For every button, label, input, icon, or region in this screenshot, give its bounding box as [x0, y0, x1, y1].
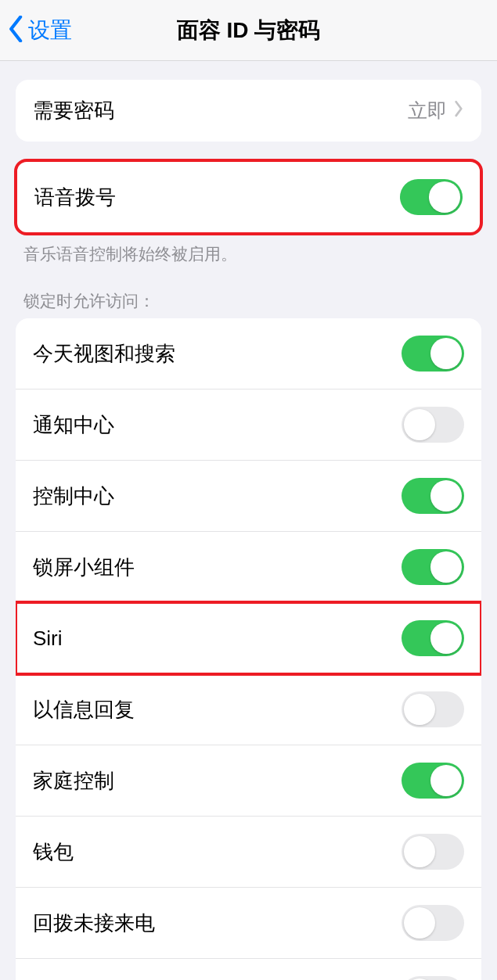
require-passcode-label: 需要密码 — [33, 97, 408, 124]
wallet-label: 钱包 — [33, 838, 402, 866]
back-label: 设置 — [28, 16, 72, 45]
return-missed-calls-toggle[interactable] — [402, 905, 464, 941]
require-passcode-section: 需要密码 立即 — [16, 80, 481, 142]
lock-screen-widgets-toggle[interactable] — [402, 549, 464, 585]
today-view-row: 今天视图和搜索 — [16, 318, 481, 389]
lock-access-header: 锁定时允许访问： — [23, 290, 474, 312]
siri-row: Siri — [16, 602, 481, 673]
home-control-toggle[interactable] — [402, 763, 464, 799]
page-title: 面容 ID 与密码 — [177, 16, 321, 45]
siri-label: Siri — [33, 626, 402, 651]
notification-center-label: 通知中心 — [33, 411, 402, 439]
require-passcode-value: 立即 — [408, 98, 447, 124]
notification-center-toggle[interactable] — [402, 407, 464, 443]
wallet-row: 钱包 — [16, 816, 481, 887]
return-missed-calls-row: 回拨未接来电 — [16, 887, 481, 958]
chevron-left-icon — [8, 16, 25, 45]
notification-center-row: 通知中心 — [16, 389, 481, 460]
home-control-row: 家庭控制 — [16, 745, 481, 816]
siri-toggle[interactable] — [402, 620, 464, 656]
return-missed-calls-label: 回拨未接来电 — [33, 910, 402, 937]
control-center-label: 控制中心 — [33, 483, 402, 510]
lock-screen-widgets-label: 锁屏小组件 — [33, 554, 402, 581]
lock-access-section: 今天视图和搜索 通知中心 控制中心 锁屏小组件 Siri 以信息回复 家庭控制 … — [16, 318, 481, 980]
voice-dial-footnote: 音乐语音控制将始终被启用。 — [23, 243, 474, 265]
reply-with-message-row: 以信息回复 — [16, 673, 481, 745]
voice-dial-row: 语音拨号 — [17, 162, 480, 232]
home-control-label: 家庭控制 — [33, 767, 402, 795]
today-view-label: 今天视图和搜索 — [33, 340, 402, 368]
usb-accessories-toggle[interactable] — [402, 976, 464, 980]
require-passcode-row[interactable]: 需要密码 立即 — [16, 80, 481, 142]
voice-dial-label: 语音拨号 — [34, 184, 400, 211]
header: 设置 面容 ID 与密码 — [0, 0, 497, 61]
control-center-toggle[interactable] — [402, 478, 464, 514]
today-view-toggle[interactable] — [402, 336, 464, 372]
chevron-right-icon — [453, 99, 464, 123]
control-center-row: 控制中心 — [16, 460, 481, 531]
lock-screen-widgets-row: 锁屏小组件 — [16, 531, 481, 602]
reply-with-message-toggle[interactable] — [402, 691, 464, 727]
wallet-toggle[interactable] — [402, 834, 464, 870]
voice-dial-section: 语音拨号 — [14, 159, 483, 235]
back-button[interactable]: 设置 — [8, 16, 72, 45]
usb-accessories-row: USB 配件 — [16, 958, 481, 980]
voice-dial-toggle[interactable] — [400, 179, 463, 215]
reply-with-message-label: 以信息回复 — [33, 696, 402, 723]
